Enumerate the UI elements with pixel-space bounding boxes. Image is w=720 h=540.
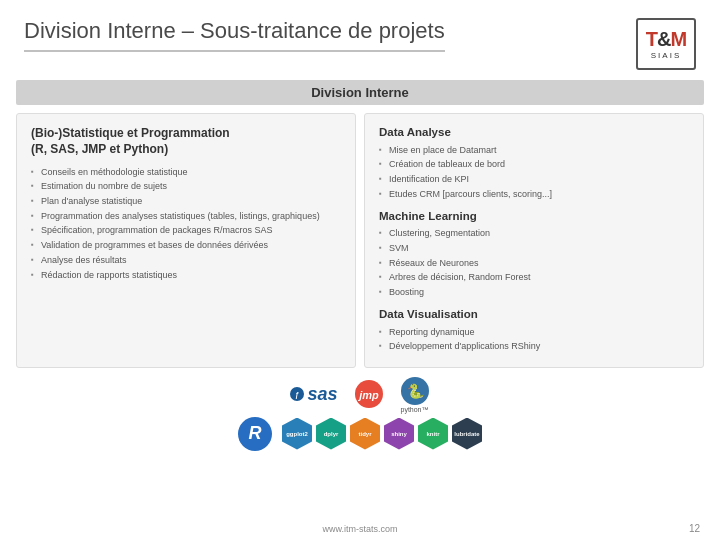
sas-text: sas	[307, 384, 337, 405]
subsection-data-analyse-title: Data Analyse	[379, 126, 689, 138]
list-item: Boosting	[379, 286, 689, 301]
list-item: Mise en place de Datamart	[379, 143, 689, 158]
left-col-title: (Bio-)Statistique et Programmation (R, S…	[31, 126, 341, 157]
ml-list: Clustering, Segmentation SVM Réseaux de …	[379, 227, 689, 300]
list-item: Etudes CRM [parcours clients, scoring...…	[379, 187, 689, 202]
svg-text:ƒ: ƒ	[296, 391, 300, 399]
company-logo: T&M SIAIS	[636, 18, 696, 70]
footer-url: www.itm-stats.com	[322, 524, 397, 534]
page-number: 12	[689, 523, 700, 534]
r-logo: R	[238, 417, 272, 451]
main-content: (Bio-)Statistique et Programmation (R, S…	[16, 113, 704, 368]
python-icon: 🐍	[400, 376, 430, 406]
list-item: Rédaction de rapports statistiques	[31, 268, 341, 283]
svg-text:jmp: jmp	[357, 389, 379, 401]
left-column: (Bio-)Statistique et Programmation (R, S…	[16, 113, 356, 368]
list-item: Clustering, Segmentation	[379, 227, 689, 242]
list-item: Arbres de décision, Random Forest	[379, 271, 689, 286]
logo-subtitle: SIAIS	[651, 51, 681, 60]
logo-amp: &	[657, 28, 670, 50]
list-item: Développement d'applications RShiny	[379, 340, 689, 355]
list-item: Validation de programmes et bases de don…	[31, 239, 341, 254]
list-item: Estimation du nombre de sujets	[31, 180, 341, 195]
data-analyse-list: Mise en place de Datamart Création de ta…	[379, 143, 689, 202]
list-item: Identification de KPI	[379, 172, 689, 187]
list-item: Analyse des résultats	[31, 253, 341, 268]
hex-ggplot2: ggplot2	[282, 418, 312, 450]
python-logo: 🐍 python™	[400, 376, 430, 413]
list-item: Programmation des analyses statistiques …	[31, 209, 341, 224]
section-header: Division Interne	[16, 80, 704, 105]
logos-area: ƒ sas jmp 🐍 python™ R ggplot2	[16, 376, 704, 451]
list-item: Conseils en méthodologie statistique	[31, 165, 341, 180]
jmp-logo: jmp	[354, 379, 384, 409]
footer: www.itm-stats.com	[0, 524, 720, 534]
hex-shiny: shiny	[384, 418, 414, 450]
hex-dplyr: dplyr	[316, 418, 346, 450]
sas-icon: ƒ	[290, 387, 304, 401]
right-column: Data Analyse Mise en place de Datamart C…	[364, 113, 704, 368]
list-item: Réseaux de Neurones	[379, 256, 689, 271]
logos-row-1: ƒ sas jmp 🐍 python™	[290, 376, 429, 413]
logo-m: M	[671, 28, 687, 50]
list-item: Plan d'analyse statistique	[31, 195, 341, 210]
list-item: Spécification, programmation de packages…	[31, 224, 341, 239]
logos-row-2: R ggplot2 dplyr tidyr shiny knitr lubrid…	[238, 417, 482, 451]
page-title: Division Interne – Sous-traitance de pro…	[24, 18, 445, 52]
list-item: Reporting dynamique	[379, 325, 689, 340]
dataviz-list: Reporting dynamique Développement d'appl…	[379, 325, 689, 354]
page-header: Division Interne – Sous-traitance de pro…	[0, 0, 720, 80]
hex-lubridate: lubridate	[452, 418, 482, 450]
logo-t: T	[646, 28, 657, 50]
list-item: Création de tableaux de bord	[379, 158, 689, 173]
subsection-dataviz-title: Data Visualisation	[379, 308, 689, 320]
jmp-icon: jmp	[354, 379, 384, 409]
subsection-ml-title: Machine Learning	[379, 210, 689, 222]
hex-tidyr: tidyr	[350, 418, 380, 450]
svg-text:🐍: 🐍	[406, 383, 424, 400]
sas-logo: ƒ sas	[290, 384, 337, 405]
list-item: SVM	[379, 241, 689, 256]
hex-stickers: ggplot2 dplyr tidyr shiny knitr lubridat…	[282, 418, 482, 450]
left-bullet-list: Conseils en méthodologie statistique Est…	[31, 165, 341, 283]
hex-knitr: knitr	[418, 418, 448, 450]
python-label: python™	[401, 406, 429, 413]
